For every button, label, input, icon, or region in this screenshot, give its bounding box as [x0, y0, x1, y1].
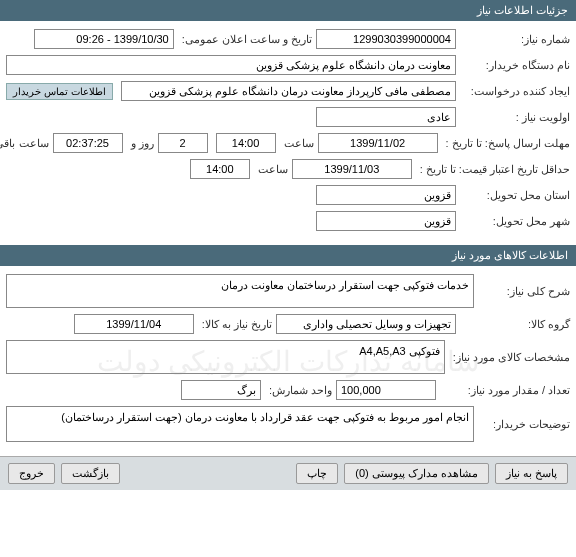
- hour-label-1: ساعت: [280, 137, 314, 150]
- delivery-province-label: استان محل تحویل:: [460, 189, 570, 202]
- section1-header: جزئیات اطلاعات نیاز: [0, 0, 576, 21]
- unit-field: [181, 380, 261, 400]
- need-date-label: تاریخ نیاز به کالا:: [198, 318, 272, 331]
- contact-info-link[interactable]: اطلاعات تماس خریدار: [6, 83, 113, 100]
- priority-field: [316, 107, 456, 127]
- response-date-field: [318, 133, 438, 153]
- announce-datetime-label: تاریخ و ساعت اعلان عمومی:: [178, 33, 312, 46]
- respond-button[interactable]: پاسخ به نیاز: [495, 463, 568, 484]
- buyer-notes-label: توضیحات خریدار:: [478, 418, 570, 431]
- buyer-notes-field: [6, 406, 474, 442]
- attachments-button[interactable]: مشاهده مدارک پیوستی (0): [344, 463, 489, 484]
- min-valid-date-label: حداقل تاریخ اعتبار قیمت:: [460, 163, 570, 176]
- creator-field: [121, 81, 456, 101]
- announce-datetime-field: [34, 29, 174, 49]
- to-date-label: تا تاریخ :: [416, 163, 456, 176]
- buyer-org-label: نام دستگاه خریدار:: [460, 59, 570, 72]
- unit-label: واحد شمارش:: [265, 384, 332, 397]
- general-desc-field: [6, 274, 474, 308]
- back-button[interactable]: بازگشت: [61, 463, 120, 484]
- need-number-label: شماره نیاز:: [460, 33, 570, 46]
- valid-date-field: [292, 159, 412, 179]
- print-button[interactable]: چاپ: [296, 463, 338, 484]
- goods-spec-field: [6, 340, 445, 374]
- delivery-province-field: [316, 185, 456, 205]
- days-remaining-field: [158, 133, 208, 153]
- exit-button[interactable]: خروج: [8, 463, 55, 484]
- goods-group-label: گروه کالا:: [460, 318, 570, 331]
- hour-label-2: ساعت: [254, 163, 288, 176]
- days-and-label: روز و: [127, 137, 154, 150]
- section2-body: سامانه تدارکات الکترونیکی دولت شرح کلی ن…: [0, 266, 576, 456]
- section2-header: اطلاعات کالاهای مورد نیاز: [0, 245, 576, 266]
- response-time-field: [216, 133, 276, 153]
- quantity-label: تعداد / مقدار مورد نیاز:: [440, 384, 570, 397]
- delivery-city-label: شهر محل تحویل:: [460, 215, 570, 228]
- creator-label: ایجاد کننده درخواست:: [460, 85, 570, 98]
- time-remaining-field: [53, 133, 123, 153]
- need-date-field: [74, 314, 194, 334]
- need-number-field: [316, 29, 456, 49]
- section1-body: شماره نیاز: تاریخ و ساعت اعلان عمومی: نا…: [0, 21, 576, 245]
- valid-time-field: [190, 159, 250, 179]
- priority-label: اولویت نیاز :: [460, 111, 570, 124]
- quantity-field: [336, 380, 436, 400]
- footer-toolbar: پاسخ به نیاز مشاهده مدارک پیوستی (0) چاپ…: [0, 456, 576, 490]
- general-desc-label: شرح کلی نیاز:: [478, 285, 570, 298]
- remaining-label: ساعت باقی مانده: [0, 137, 49, 150]
- goods-group-field: [276, 314, 456, 334]
- buyer-org-field: [6, 55, 456, 75]
- delivery-city-field: [316, 211, 456, 231]
- response-deadline-label: مهلت ارسال پاسخ: تا تاریخ :: [442, 137, 570, 150]
- goods-spec-label: مشخصات کالای مورد نیاز:: [449, 351, 570, 364]
